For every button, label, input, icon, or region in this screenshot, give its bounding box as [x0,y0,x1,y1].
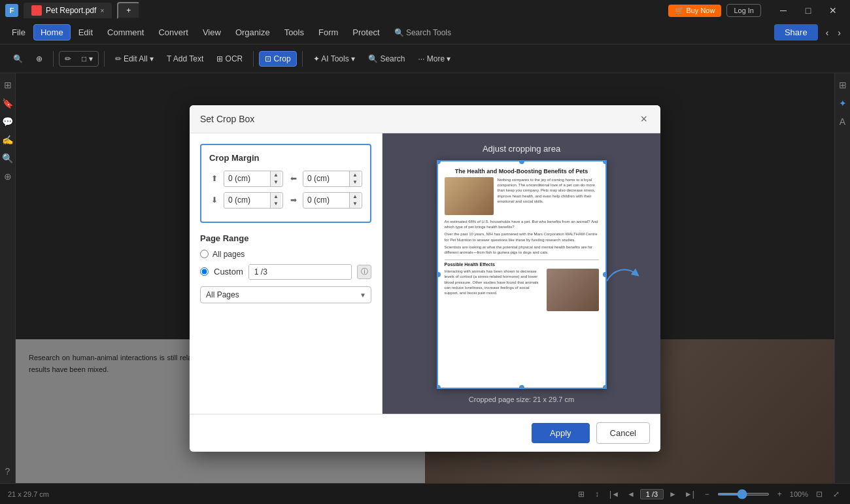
sidebar-icon-help[interactable]: ? [1,465,14,478]
menu-convert[interactable]: Convert [152,25,195,40]
menu-home[interactable]: Home [33,24,71,41]
menu-organize[interactable]: Organize [229,25,277,40]
status-rotate[interactable]: ↕ [592,488,602,500]
add-text-button[interactable]: T Add Text [162,52,209,66]
apply-button[interactable]: Apply [532,423,590,443]
margin-bottom-spin: ▲ ▼ [270,193,281,208]
menu-search-tools[interactable]: 🔍 Search Tools [388,25,458,40]
crop-size-label: Cropped page size: 21 x 29.7 cm [469,395,574,403]
back-button[interactable]: ‹ [822,26,833,39]
share-button[interactable]: Share [774,24,818,41]
sidebar-icon-bookmark[interactable]: 🔖 [1,97,14,110]
margin-right-input[interactable] [303,193,349,207]
margin-bottom-increment[interactable]: ▲ [271,193,281,201]
ocr-button[interactable]: ⊞ OCR [211,52,248,66]
close-window-button[interactable]: ✕ [821,3,845,18]
toolbar-divider-1 [53,51,54,67]
forward-button[interactable]: › [834,26,845,39]
custom-page-input[interactable] [249,265,352,279]
tab-close[interactable]: × [100,7,104,14]
zoom-in-button[interactable]: ⊕ [31,52,48,66]
custom-radio[interactable] [200,267,209,276]
maximize-button[interactable]: □ [796,3,820,18]
margin-top-icon: ⬆ [209,174,220,183]
right-panel: ⊞ ✦ A [834,73,850,483]
ai-tools-button[interactable]: ✦ AI Tools ▾ [308,52,360,66]
info-button[interactable]: ⓘ [357,265,371,279]
pdf-preview: The Health and Mood-Boosting Benefits of… [437,160,607,389]
zoom-in-status[interactable]: + [775,488,785,500]
page-size-status: 21 x 29.7 cm [8,490,49,498]
sidebar-icon-layers[interactable]: ⊕ [1,170,14,183]
margin-top-decrement[interactable]: ▼ [271,178,281,186]
margin-top-increment[interactable]: ▲ [271,171,281,179]
modal-header: Set Crop Box × [190,105,660,133]
right-panel-icon-ai[interactable]: ✦ [836,97,849,110]
margin-left-increment[interactable]: ▲ [350,171,360,179]
add-tab-button[interactable]: + [117,2,140,19]
sidebar-icon-signature[interactable]: ✍ [1,133,14,146]
status-bar: 21 x 29.7 cm ⊞ ↕ |◄ ◄ ► ►| − + 100% ⊡ ⤢ [0,483,850,504]
page-number-input[interactable] [640,489,664,499]
sidebar-icon-search[interactable]: 🔍 [1,152,14,165]
preview-text-2: An estimated 68% of U.S. households have… [445,219,599,230]
buy-now-button[interactable]: 🛒 Buy Now [668,5,721,17]
margin-bottom-input[interactable] [224,193,270,207]
last-page-button[interactable]: ►| [682,488,697,500]
next-page-button[interactable]: ► [666,488,679,500]
menu-view[interactable]: View [196,25,228,40]
cancel-button[interactable]: Cancel [596,422,650,444]
handle-bottom-right[interactable] [603,385,607,389]
first-page-button[interactable]: |◄ [607,488,622,500]
all-pages-radio[interactable] [200,250,209,258]
margin-top-input-wrap: ▲ ▼ [224,171,283,187]
menu-protect[interactable]: Protect [346,25,386,40]
margin-right-increment[interactable]: ▲ [350,193,360,201]
pages-dropdown[interactable]: All Pages Odd Pages Even Pages [200,286,371,303]
menu-comment[interactable]: Comment [101,25,150,40]
toolbar-divider-4 [302,51,303,67]
margin-left-field: ⬅ ▲ ▼ [288,171,362,187]
zoom-out-status[interactable]: − [702,488,712,500]
menu-file[interactable]: File [5,25,32,40]
edit-all-button[interactable]: ✏ Edit All ▾ [110,52,159,66]
right-panel-icon-layout[interactable]: ⊞ [836,78,849,92]
status-icons[interactable]: ⊞ [575,488,587,500]
page-range-section: Page Range All pages Custom [200,233,371,303]
search-button[interactable]: 🔍 Search [363,52,410,66]
right-panel-icon-translate[interactable]: A [836,115,849,128]
log-in-button[interactable]: Log In [726,4,761,17]
pdf-preview-inner: The Health and Mood-Boosting Benefits of… [438,161,605,320]
minimize-button[interactable]: ─ [772,3,795,18]
more-button[interactable]: ··· More ▾ [413,52,456,66]
prev-page-button[interactable]: ◄ [624,488,638,500]
menu-edit[interactable]: Edit [72,25,99,40]
shapes-button[interactable]: □ ▾ [76,52,98,66]
handle-bottom-left[interactable] [437,385,441,389]
tab[interactable]: Pet Report.pdf × [24,3,112,18]
zoom-slider[interactable] [717,493,770,496]
margin-left-input[interactable] [303,171,349,186]
crop-button[interactable]: ⊡ Crop [259,51,296,67]
menu-form[interactable]: Form [312,25,345,40]
fit-page-button[interactable]: ⊡ [813,488,825,500]
preview-text-4: Scientists are looking at what the poten… [445,244,599,256]
preview-row1: Nothing compares to the joy of coming ho… [445,177,599,215]
fullscreen-button[interactable]: ⤢ [830,488,842,500]
margin-left-spin: ▲ ▼ [349,171,360,186]
margin-left-decrement[interactable]: ▼ [350,178,360,186]
margin-left-icon: ⬅ [288,174,299,183]
toolbar-divider-2 [104,51,105,67]
sidebar-icon-pages[interactable]: ⊞ [1,78,14,92]
margin-bottom-decrement[interactable]: ▼ [271,200,281,208]
modal-close-button[interactable]: × [638,113,650,125]
menu-tools[interactable]: Tools [278,25,311,40]
margin-top-input[interactable] [224,171,270,186]
zoom-out-button[interactable]: 🔍 [8,52,28,66]
window-controls: ─ □ ✕ [772,3,845,18]
handle-bottom-center[interactable] [519,385,524,389]
margin-right-input-wrap: ▲ ▼ [303,192,362,209]
sidebar-icon-comment[interactable]: 💬 [1,115,14,128]
highlight-button[interactable]: ✏ [60,52,76,66]
margin-right-decrement[interactable]: ▼ [350,200,360,208]
